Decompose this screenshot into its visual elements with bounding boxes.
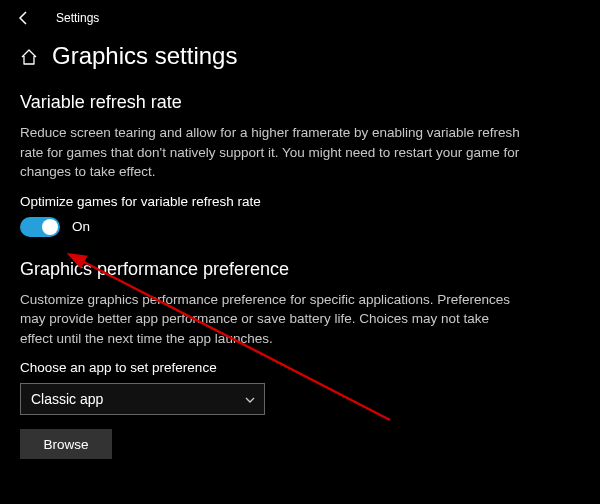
chevron-down-icon [244,393,256,405]
home-icon[interactable] [20,48,38,66]
perf-heading: Graphics performance preference [20,259,580,280]
page-title: Graphics settings [52,42,237,70]
vrr-toggle[interactable] [20,217,60,237]
toggle-knob [42,219,58,235]
vrr-option-label: Optimize games for variable refresh rate [20,194,580,209]
browse-button[interactable]: Browse [20,429,112,459]
vrr-heading: Variable refresh rate [20,92,580,113]
choose-app-label: Choose an app to set preference [20,360,580,375]
page-header: Graphics settings [0,32,600,74]
app-type-select[interactable]: Classic app [20,383,265,415]
vrr-description: Reduce screen tearing and allow for a hi… [20,123,520,182]
app-title: Settings [56,11,99,25]
titlebar: Settings [0,0,600,32]
section-variable-refresh-rate: Variable refresh rate Reduce screen tear… [0,74,600,241]
select-value: Classic app [31,391,103,407]
back-icon[interactable] [16,10,32,26]
section-performance-preference: Graphics performance preference Customiz… [0,241,600,464]
browse-button-label: Browse [43,437,88,452]
perf-description: Customize graphics performance preferenc… [20,290,520,349]
vrr-toggle-state: On [72,219,90,234]
